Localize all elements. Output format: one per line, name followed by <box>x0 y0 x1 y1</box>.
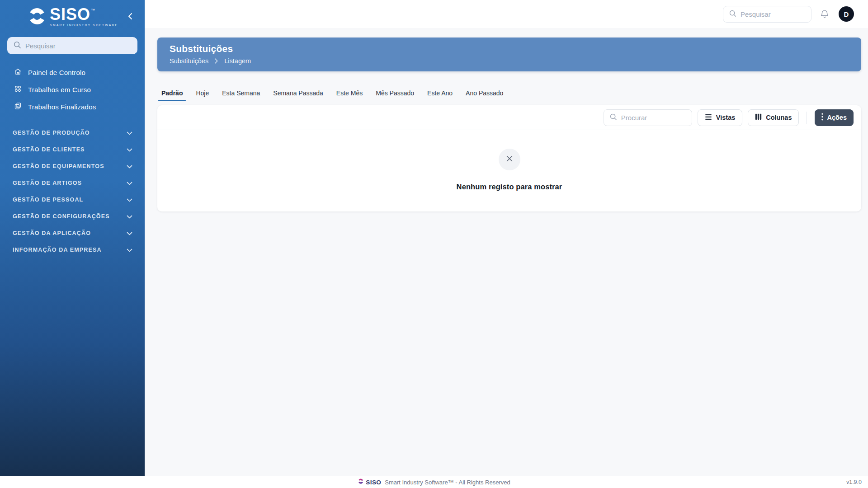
empty-state: Nenhum registo para mostrar <box>157 130 861 191</box>
tab-esta-semana[interactable]: Esta Semana <box>219 88 263 101</box>
footer-copyright: Smart Industry Software™ - All Rights Re… <box>385 479 510 486</box>
section-label: GESTÃO DE EQUIPAMENTOS <box>13 163 104 169</box>
app-version: v1.9.0 <box>846 479 862 485</box>
sidebar-section-gestao-de-equipamentos[interactable]: GESTÃO DE EQUIPAMENTOS <box>0 158 145 174</box>
user-avatar[interactable]: D <box>839 6 854 22</box>
sidebar-item-label: Painel de Controlo <box>28 69 85 76</box>
rows-icon <box>705 114 712 122</box>
chevron-down-icon <box>127 196 132 204</box>
global-search-input[interactable] <box>741 10 806 18</box>
sidebar-section-gestao-da-aplicacao[interactable]: GESTÃO DA APLICAÇÃO <box>0 225 145 241</box>
sidebar-section-gestao-de-configuracoes[interactable]: GESTÃO DE CONFIGURAÇÕES <box>0 208 145 225</box>
search-icon <box>13 41 21 51</box>
sidebar-search <box>7 37 137 54</box>
sidebar-section-gestao-de-artigos[interactable]: GESTÃO DE ARTIGOS <box>0 174 145 191</box>
tab-hoje[interactable]: Hoje <box>193 88 212 101</box>
grid-icon <box>14 85 22 94</box>
app-root: SISO™ SMART INDUSTRY SOFTWARE Paine <box>0 0 868 488</box>
footer: SISO Smart Industry Software™ - All Righ… <box>0 476 868 488</box>
sidebar: SISO™ SMART INDUSTRY SOFTWARE Paine <box>0 0 145 476</box>
list-toolbar: Vistas Colunas Ações <box>157 105 861 130</box>
brand-logo: SISO™ SMART INDUSTRY SOFTWARE <box>0 0 145 27</box>
topbar: D <box>145 0 868 28</box>
section-label: GESTÃO DE ARTIGOS <box>13 180 82 186</box>
section-label: GESTÃO DE PESSOAL <box>13 197 83 203</box>
breadcrumb-root[interactable]: Substituições <box>170 57 208 65</box>
tab-semana-passada[interactable]: Semana Passada <box>270 88 326 101</box>
sidebar-nav: Painel de Controlo Trabalhos em Curso Tr… <box>0 64 145 115</box>
chevron-down-icon <box>127 179 132 187</box>
chevron-down-icon <box>127 212 132 221</box>
sidebar-section-gestao-de-pessoal[interactable]: GESTÃO DE PESSOAL <box>0 191 145 208</box>
main-content: Substituições Substituições Listagem Pad… <box>145 28 868 476</box>
chevron-down-icon <box>127 229 132 237</box>
sidebar-collapse-button[interactable] <box>126 13 134 21</box>
page-title: Substituições <box>170 43 849 54</box>
list-card: Vistas Colunas Ações <box>157 105 861 211</box>
search-icon <box>729 9 736 19</box>
close-icon <box>505 154 514 165</box>
chevron-down-icon <box>127 129 132 137</box>
chevron-down-icon <box>127 145 132 154</box>
sidebar-section-gestao-de-clientes[interactable]: GESTÃO DE CLIENTES <box>0 141 145 158</box>
kebab-menu-icon <box>821 113 823 122</box>
section-label: GESTÃO DA APLICAÇÃO <box>13 230 91 236</box>
actions-button[interactable]: Ações <box>815 109 854 126</box>
section-label: GESTÃO DE CONFIGURAÇÕES <box>13 213 110 220</box>
home-icon <box>14 68 22 77</box>
siso-logo-icon <box>26 6 48 27</box>
views-label: Vistas <box>716 114 735 121</box>
chevron-down-icon <box>127 246 132 254</box>
global-search <box>723 6 811 23</box>
page-header-card: Substituições Substituições Listagem <box>157 38 861 71</box>
columns-icon <box>755 113 762 122</box>
tab-ano-passado[interactable]: Ano Passado <box>462 88 506 101</box>
breadcrumb: Substituições Listagem <box>170 57 849 65</box>
breadcrumb-current[interactable]: Listagem <box>224 57 251 65</box>
sidebar-item-trabalhos-finalizados[interactable]: Trabalhos Finalizados <box>0 98 145 115</box>
notifications-button[interactable] <box>820 9 830 20</box>
sidebar-item-label: Trabalhos Finalizados <box>28 103 96 111</box>
views-button[interactable]: Vistas <box>698 109 742 126</box>
bell-icon <box>820 13 830 20</box>
chevron-down-icon <box>127 162 132 170</box>
tab-padrao[interactable]: Padrão <box>158 88 186 101</box>
list-search <box>604 109 692 126</box>
toolbar-divider <box>807 112 807 124</box>
search-icon <box>609 113 617 122</box>
sidebar-item-trabalhos-em-curso[interactable]: Trabalhos em Curso <box>0 81 145 98</box>
brand-name: SISO <box>50 5 90 23</box>
sidebar-section-gestao-de-producao[interactable]: GESTÃO DE PRODUÇÃO <box>0 124 145 141</box>
section-label: INFORMAÇÃO DA EMPRESA <box>13 247 102 253</box>
sidebar-section-informacao-da-empresa[interactable]: INFORMAÇÃO DA EMPRESA <box>0 241 145 258</box>
footer-brand-name: SISO <box>366 479 381 486</box>
actions-label: Ações <box>827 114 847 121</box>
sidebar-sections: GESTÃO DE PRODUÇÃO GESTÃO DE CLIENTES GE… <box>0 124 145 258</box>
sidebar-item-label: Trabalhos em Curso <box>28 86 91 94</box>
brand-tagline: SMART INDUSTRY SOFTWARE <box>50 23 118 27</box>
columns-button[interactable]: Colunas <box>748 109 799 126</box>
section-label: GESTÃO DE CLIENTES <box>13 146 85 153</box>
list-search-input[interactable] <box>621 114 686 122</box>
filter-tabs: Padrão Hoje Esta Semana Semana Passada E… <box>158 88 506 101</box>
chevron-right-icon <box>215 58 218 64</box>
chevron-left-icon <box>127 13 132 21</box>
clipboard-check-icon <box>14 102 22 111</box>
siso-logo-icon <box>358 478 364 486</box>
sidebar-search-input[interactable] <box>25 42 132 50</box>
trademark: ™ <box>91 8 95 13</box>
tab-este-mes[interactable]: Este Mês <box>333 88 366 101</box>
section-label: GESTÃO DE PRODUÇÃO <box>13 130 90 136</box>
tab-mes-passado[interactable]: Mês Passado <box>373 88 417 101</box>
empty-state-message: Nenhum registo para mostrar <box>457 183 562 191</box>
sidebar-item-painel-de-controlo[interactable]: Painel de Controlo <box>0 64 145 81</box>
empty-state-badge <box>499 149 520 170</box>
tab-este-ano[interactable]: Este Ano <box>424 88 456 101</box>
columns-label: Colunas <box>766 114 792 121</box>
footer-brand: SISO <box>358 478 381 486</box>
